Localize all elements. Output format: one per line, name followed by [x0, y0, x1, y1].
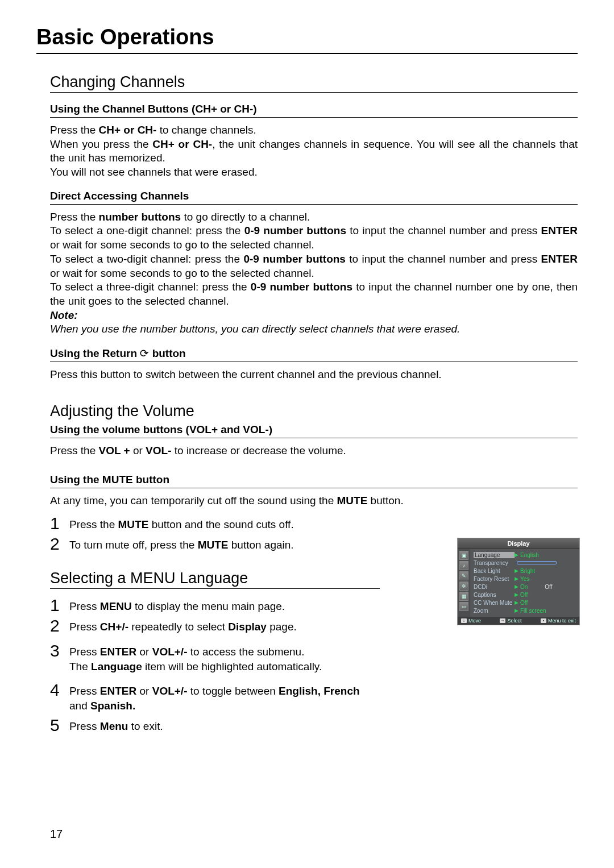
- list-item: 1 Press the MUTE button and the sound cu…: [50, 515, 578, 532]
- subhead-direct-access: Direct Accessing Channels: [50, 190, 578, 202]
- text: and: [69, 700, 90, 712]
- text: to input the channel number and press: [346, 225, 541, 236]
- return-icon: ⟲: [140, 347, 149, 360]
- osd-tab-icon: ▭: [459, 602, 468, 611]
- step-number: 5: [50, 717, 69, 734]
- text: or: [136, 685, 152, 697]
- note-label: Note:: [50, 309, 78, 321]
- text: Select: [507, 618, 521, 624]
- text: to change channels.: [156, 124, 256, 136]
- osd-row-value: On: [520, 584, 528, 590]
- step-text: Press Menu to exit.: [69, 717, 163, 734]
- text: Press the: [50, 445, 99, 456]
- text-bold: English, French: [279, 685, 360, 697]
- osd-screenshot: Display ▣ ♪ ✎ ✲ ▦ ▭ Language▶EnglishTran…: [457, 538, 580, 625]
- text-bold: CH+ or CH-: [152, 138, 212, 150]
- osd-row-key: Captions: [474, 592, 515, 598]
- subhead-rule: [50, 204, 578, 205]
- para: You will not see channels that were eras…: [50, 165, 578, 180]
- osd-row-value: Fill screen: [520, 608, 546, 614]
- text: repeatedly to select: [128, 621, 228, 633]
- text: button: [152, 347, 186, 359]
- heading-volume: Adjusting the Volume: [50, 402, 578, 420]
- osd-row-value: Off: [520, 600, 528, 606]
- step-text: Press ENTER or VOL+/- to toggle between …: [69, 682, 380, 713]
- play-icon: ▶: [515, 576, 518, 582]
- osd-tab-icon: ✎: [459, 571, 468, 580]
- subhead-rule: [50, 117, 578, 118]
- list-item: 3 Press ENTER or VOL+/- to access the su…: [50, 642, 380, 674]
- list-item: 2 Press CH+/- repeatedly to select Displ…: [50, 617, 380, 634]
- osd-row-value: English: [520, 552, 539, 558]
- osd-tab-icons: ▣ ♪ ✎ ✲ ▦ ▭: [458, 549, 470, 617]
- osd-row-key: Language: [474, 552, 515, 558]
- text-bold: 0-9 number buttons: [243, 253, 346, 265]
- list-item: 4 Press ENTER or VOL+/- to toggle betwee…: [50, 682, 380, 713]
- text-bold: VOL+/-: [152, 646, 188, 658]
- text-bold: MUTE: [198, 539, 229, 551]
- text: To select a one-digit channel: press the: [50, 225, 244, 236]
- step-text: Press MENU to display the menu main page…: [69, 597, 285, 614]
- para: Press the number buttons to go directly …: [50, 210, 578, 225]
- text-bold: number buttons: [99, 211, 181, 223]
- osd-row: Back Light▶Bright: [474, 567, 576, 575]
- heading-changing-channels: Changing Channels: [50, 73, 578, 91]
- osd-footer-menu-exit: •Menu to exit: [541, 618, 576, 624]
- text-bold: VOL-: [146, 445, 171, 456]
- osd-tab-icon: ▣: [459, 551, 468, 560]
- text: The: [69, 661, 91, 672]
- text: When you press the: [50, 138, 152, 150]
- osd-title: Display: [458, 538, 579, 549]
- step-number: 1: [50, 515, 69, 532]
- keycap-icon: •: [541, 618, 546, 623]
- text: Menu to exit: [548, 618, 576, 624]
- text: to input the channel number and press: [346, 253, 541, 265]
- text-bold: MUTE: [337, 495, 367, 506]
- text: button and the sound cuts off.: [148, 518, 293, 530]
- text: to display the menu main page.: [132, 600, 285, 612]
- play-icon: ▶: [515, 592, 518, 597]
- text: Move: [468, 618, 481, 624]
- text: or wait for some seconds to go to the se…: [50, 267, 314, 279]
- text: item will be highlighted automatically.: [142, 661, 322, 672]
- osd-row-value: Off: [520, 592, 528, 598]
- text: Press the: [50, 124, 99, 136]
- text-bold: Display: [228, 621, 267, 633]
- osd-rows: Language▶EnglishTransparencyBack Light▶B…: [470, 549, 579, 617]
- text: Press: [69, 621, 100, 633]
- page-title: Basic Operations: [36, 25, 578, 49]
- para: To select a two-digit channel: press the…: [50, 252, 578, 280]
- para: When you press the CH+ or CH-, the unit …: [50, 138, 578, 165]
- step-number: 3: [50, 642, 69, 659]
- subhead-return-button: Using the Return ⟲ button: [50, 347, 578, 360]
- subhead-mute: Using the MUTE button: [50, 474, 578, 486]
- osd-body: ▣ ♪ ✎ ✲ ▦ ▭ Language▶EnglishTransparency…: [458, 549, 579, 617]
- step-text: Press CH+/- repeatedly to select Display…: [69, 617, 297, 634]
- text: or: [136, 646, 152, 658]
- text: To turn mute off, press the: [69, 539, 198, 551]
- subhead-rule: [50, 488, 578, 488]
- osd-tab-icon: ♪: [459, 561, 468, 570]
- osd-tab-icon: ✲: [459, 582, 468, 591]
- text-bold: ENTER: [100, 646, 136, 658]
- play-icon: ▶: [515, 552, 518, 558]
- text: to go directly to a channel.: [181, 211, 310, 223]
- section-rule: [50, 92, 578, 93]
- text: Using the Return: [50, 347, 137, 359]
- osd-row-key: Zoom: [474, 608, 515, 614]
- osd-row: Captions▶Off: [474, 591, 576, 599]
- play-icon: ▶: [515, 608, 518, 613]
- note-body: When you use the number buttons, you can…: [50, 323, 460, 335]
- text-bold: Spanish.: [90, 700, 135, 712]
- text-bold: 0-9 number buttons: [244, 225, 346, 236]
- play-icon: ▶: [515, 584, 518, 589]
- text-bold: CH+ or CH-: [99, 124, 157, 136]
- text-bold: VOL +: [99, 445, 130, 456]
- text: or wait for some seconds to go to the se…: [50, 239, 314, 251]
- text-bold: MUTE: [118, 518, 149, 530]
- osd-row: Zoom▶Fill screen: [474, 607, 576, 614]
- text: button again.: [228, 539, 293, 551]
- text-bold: VOL+/-: [152, 685, 188, 697]
- text: to toggle between: [187, 685, 279, 697]
- text-bold: Menu: [100, 720, 128, 732]
